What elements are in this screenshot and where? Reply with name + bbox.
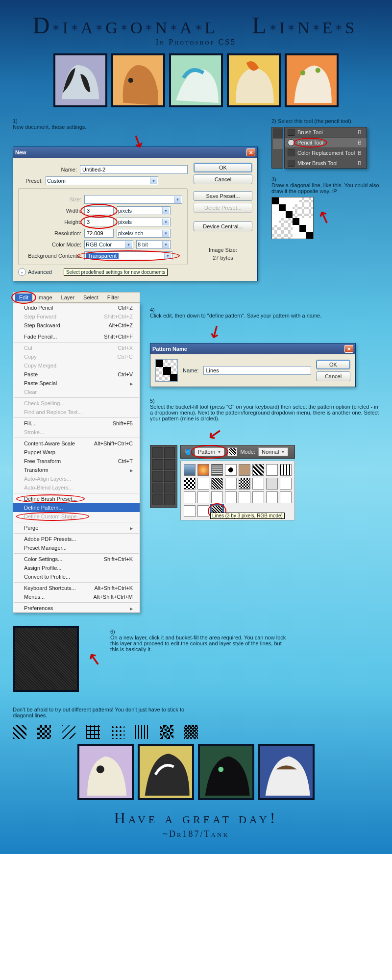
width-unit-dropdown[interactable]: pixels▼ xyxy=(117,206,171,215)
name-label: Name: xyxy=(183,368,198,373)
menu-item[interactable]: Paste Special▶ xyxy=(13,379,140,388)
arrow-icon: ↘ xyxy=(204,320,228,342)
menu-item[interactable]: PasteCtrl+V xyxy=(13,370,140,379)
res-input[interactable] xyxy=(84,229,114,238)
result-swatch xyxy=(13,626,79,692)
tool-icon[interactable] xyxy=(152,471,163,482)
layer-menu[interactable]: Layer xyxy=(57,294,79,301)
menu-item[interactable]: Undo PencilCtrl+Z xyxy=(13,303,140,312)
menu-item[interactable]: Define Pattern... xyxy=(13,503,140,512)
menu-item[interactable]: Step BackwardAlt+Ctrl+Z xyxy=(13,321,140,330)
example-thumbs-bottom xyxy=(13,744,379,800)
ok-button[interactable]: OK xyxy=(194,163,252,172)
page-title: D✶i✶a✶g✶o✶n✶a✶l L✶i✶n✶e✶s xyxy=(13,12,379,39)
svg-point-7 xyxy=(316,68,320,73)
filter-menu[interactable]: Filter xyxy=(103,294,123,301)
colormode-dropdown[interactable]: RGB Color▼ xyxy=(84,240,133,249)
tool-icon[interactable] xyxy=(164,471,175,482)
step-4-text: 4) Click edit, then down to "define patt… xyxy=(150,307,379,318)
preset-dropdown[interactable]: Custom▼ xyxy=(46,176,158,185)
menu-item: Auto-Align Layers... xyxy=(13,474,140,483)
save-preset-button[interactable]: Save Preset... xyxy=(194,191,252,201)
svg-point-9 xyxy=(97,765,104,773)
tool-icon[interactable] xyxy=(164,447,175,458)
select-menu[interactable]: Select xyxy=(79,294,102,301)
footer-message: Have a great day! xyxy=(13,809,379,827)
size-dropdown: ▼ xyxy=(84,195,182,204)
tool-icon[interactable] xyxy=(164,494,175,505)
bg-label: Background Contents: xyxy=(23,253,81,259)
res-unit-dropdown[interactable]: pixels/inch▼ xyxy=(117,229,171,238)
blend-mode-dropdown[interactable]: Normal▼ xyxy=(258,447,288,456)
menu-item[interactable]: Define Brush Preset... xyxy=(13,494,140,503)
menu-item[interactable]: Fade Pencil...Shift+Ctrl+F xyxy=(13,332,140,341)
width-input[interactable] xyxy=(84,206,114,215)
menu-item[interactable]: Transform▶ xyxy=(13,466,140,474)
close-icon[interactable]: ✕ xyxy=(246,148,255,156)
fill-mode-dropdown[interactable]: Pattern▼ xyxy=(195,447,224,456)
edit-menu[interactable]: Edit xyxy=(15,294,32,301)
height-unit-dropdown[interactable]: pixels▼ xyxy=(117,218,171,226)
new-document-dialog: New ✕ Name: Preset: Custom▼ xyxy=(13,147,258,281)
mode-label: Mode: xyxy=(240,449,255,455)
pattern-preview xyxy=(155,359,178,382)
tool-icon[interactable] xyxy=(152,459,163,470)
menu-item: Auto-Blend Layers... xyxy=(13,483,140,492)
menu-item[interactable]: Assign Profile... xyxy=(13,564,140,572)
menu-item[interactable]: Color Settings...Shift+Ctrl+K xyxy=(13,555,140,564)
cancel-button[interactable]: Cancel xyxy=(194,174,252,184)
bitdepth-dropdown[interactable]: 8 bit▼ xyxy=(136,240,171,249)
svg-point-6 xyxy=(300,71,305,75)
tool-icon[interactable] xyxy=(164,483,175,493)
image-menu[interactable]: Image xyxy=(33,294,56,301)
arrow-icon: ↘ xyxy=(205,426,226,443)
bg-dropdown[interactable]: Transparent▼ xyxy=(84,251,172,260)
menu-item[interactable]: Convert to Profile... xyxy=(13,572,140,581)
menu-item[interactable]: Fill...Shift+F5 xyxy=(13,419,140,428)
tool-flyout-item[interactable]: Color Replacement ToolB xyxy=(285,148,367,158)
delete-preset-button: Delete Preset... xyxy=(194,203,252,213)
svg-point-2 xyxy=(128,78,133,83)
menu-item: CopyCtrl+C xyxy=(13,352,140,361)
tool-flyout-item[interactable]: Brush ToolB xyxy=(285,127,367,138)
tool-flyout-item[interactable]: Pencil ToolB xyxy=(285,138,367,148)
thumb xyxy=(258,744,315,800)
chevron-down-icon[interactable]: ⌄ xyxy=(18,268,26,276)
menu-item[interactable]: Preferences▶ xyxy=(13,604,140,612)
device-central-button[interactable]: Device Central... xyxy=(194,221,252,231)
cancel-button[interactable]: Cancel xyxy=(316,371,350,381)
menu-item[interactable]: Puppet Warp xyxy=(13,448,140,457)
menu-item[interactable]: Free TransformCtrl+T xyxy=(13,457,140,466)
menu-item: Check Spelling... xyxy=(13,399,140,408)
name-label: Name: xyxy=(18,167,77,172)
height-label: Height: xyxy=(23,219,81,225)
pattern-picker[interactable]: Lines (3 by 3 pixels, RGB mode) xyxy=(180,461,295,520)
pattern-swatch-dropdown[interactable] xyxy=(227,447,237,456)
menu-item[interactable]: Adobe PDF Presets... xyxy=(13,535,140,543)
menu-item[interactable]: Purge▶ xyxy=(13,523,140,532)
pattern-name-input[interactable] xyxy=(203,366,311,375)
menubar: Edit Image Layer Select Filter xyxy=(13,292,140,303)
advanced-label: Advanced xyxy=(28,269,52,275)
ok-button[interactable]: OK xyxy=(316,360,350,369)
brush-tool-icon[interactable] xyxy=(273,128,283,138)
height-input[interactable] xyxy=(84,218,114,226)
svg-point-12 xyxy=(218,767,223,772)
tool-icon[interactable] xyxy=(152,447,163,458)
menu-item[interactable]: Preset Manager... xyxy=(13,543,140,552)
tool-icon[interactable] xyxy=(152,483,163,493)
options-bar: 🪣 Pattern▼ Mode: Normal▼ xyxy=(180,445,295,459)
step-3-text: 3) Draw a diagonal line, like this. You … xyxy=(271,176,379,194)
arrow-icon: ↘ xyxy=(315,206,334,229)
menu-item[interactable]: Keyboard Shortcuts...Alt+Shift+Ctrl+K xyxy=(13,584,140,592)
pattern-tooltip: Lines (3 by 3 pixels, RGB mode) xyxy=(210,513,285,519)
tool-icon[interactable] xyxy=(152,494,163,505)
menu-item[interactable]: Menus...Alt+Shift+Ctrl+M xyxy=(13,592,140,601)
name-input[interactable] xyxy=(80,165,188,174)
tool-flyout-item[interactable]: Mixer Brush ToolB xyxy=(285,158,367,168)
tool-icon[interactable] xyxy=(164,459,175,470)
tool-palette xyxy=(150,445,177,508)
close-icon[interactable]: ✕ xyxy=(344,345,353,353)
menu-item[interactable]: Content-Aware ScaleAlt+Shift+Ctrl+C xyxy=(13,439,140,448)
pencil-tool-icon[interactable] xyxy=(273,139,283,149)
